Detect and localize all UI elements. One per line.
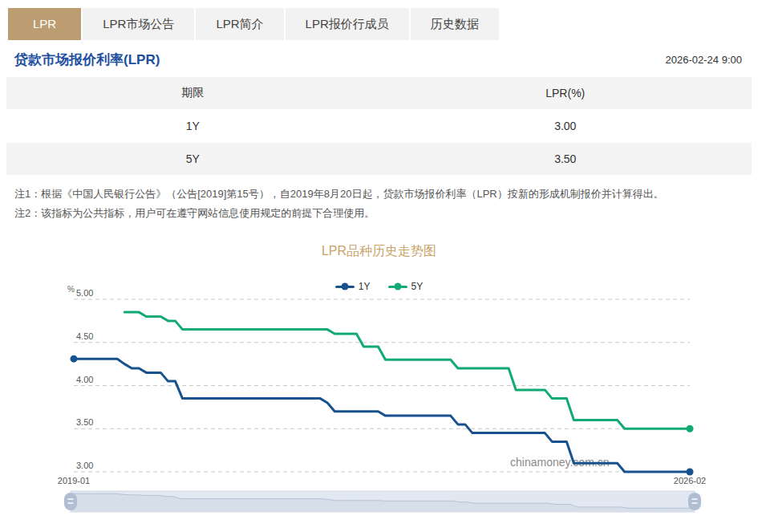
y-tick-label: 3.00 — [76, 461, 93, 470]
y-axis-unit-label: % — [67, 285, 75, 294]
data-zoom-handle-right[interactable] — [688, 493, 701, 510]
tab-bar: LPR LPR市场公告 LPR简介 LPR报价行成员 历史数据 — [8, 8, 499, 40]
lpr-rate-table: 期限 LPR(%) 1Y 3.00 5Y 3.50 — [6, 77, 752, 176]
term-5y: 5Y — [6, 152, 379, 165]
series-start-point-1y[interactable] — [71, 355, 78, 363]
x-axis-label-end: 2026-02 — [674, 476, 706, 485]
table-row: 1Y 3.00 — [6, 110, 752, 143]
y-tick-label: 5.00 — [76, 288, 93, 298]
column-header-term: 期限 — [6, 86, 379, 100]
tab-lpr-introduction[interactable]: LPR简介 — [196, 8, 283, 40]
y-tick-label: 3.50 — [76, 417, 93, 427]
rate-5y: 3.50 — [379, 152, 752, 165]
chart-title: LPR品种历史走势图 — [0, 243, 758, 260]
term-1y: 1Y — [6, 120, 379, 132]
y-tick-label: 4.00 — [76, 375, 93, 384]
x-axis-label-start: 2019-01 — [58, 476, 90, 485]
tab-lpr[interactable]: LPR — [8, 8, 81, 40]
quote-datetime: 2026-02-24 9:00 — [666, 54, 742, 66]
data-zoom-handle-left[interactable] — [64, 493, 77, 510]
footnote-2: 注2：该指标为公共指标，用户可在遵守网站信息使用规定的前提下合理使用。 — [14, 204, 748, 223]
tab-lpr-panel-banks[interactable]: LPR报价行成员 — [286, 8, 409, 40]
page-header: 贷款市场报价利率(LPR) 2026-02-24 9:00 — [14, 50, 742, 69]
lpr-history-chart: 5.004.504.003.503.00%2019-012026-02china… — [0, 285, 758, 526]
footnote-1: 注1：根据《中国人民银行公告》（公告[2019]第15号），自2019年8月20… — [14, 185, 748, 204]
series-end-point-1y[interactable] — [687, 469, 694, 476]
y-tick-label: 4.50 — [76, 331, 93, 341]
series-end-point-5y[interactable] — [687, 425, 694, 433]
footnotes: 注1：根据《中国人民银行公告》（公告[2019]第15号），自2019年8月20… — [14, 185, 748, 223]
series-line-5y[interactable] — [124, 312, 690, 428]
series-line-1y[interactable] — [74, 359, 690, 472]
rate-1y: 3.00 — [379, 120, 752, 132]
page-title: 贷款市场报价利率(LPR) — [14, 51, 160, 69]
table-header-row: 期限 LPR(%) — [6, 77, 752, 110]
table-row: 5Y 3.50 — [6, 143, 752, 176]
column-header-lpr: LPR(%) — [379, 87, 752, 99]
tab-lpr-market-announcements[interactable]: LPR市场公告 — [83, 8, 194, 40]
tab-historical-data[interactable]: 历史数据 — [411, 8, 499, 40]
